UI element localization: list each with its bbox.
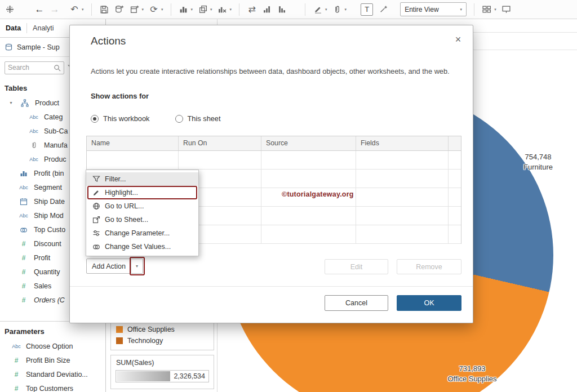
chevron-down-icon[interactable]: ▾: [7, 100, 15, 105]
duplicate-sheet-icon[interactable]: [198, 3, 208, 16]
sum-sales-slider[interactable]: 2,326,534: [116, 370, 209, 382]
parameter-row[interactable]: # Standard Deviatio...: [0, 367, 105, 381]
show-mark-labels-icon[interactable]: T: [361, 3, 373, 16]
refresh-icon[interactable]: ⟳: [149, 3, 159, 16]
table-grid-line: [448, 151, 449, 243]
back-icon[interactable]: ←: [34, 3, 45, 16]
paperclip-icon: [27, 141, 41, 149]
number-icon: #: [10, 385, 23, 392]
ok-button[interactable]: OK: [397, 295, 461, 311]
show-cards-dropdown-icon[interactable]: ▾: [494, 7, 496, 12]
parameter-row[interactable]: # Profit Bin Size: [0, 353, 105, 367]
number-icon: #: [17, 268, 30, 276]
field-label: Produc: [44, 155, 66, 163]
new-worksheet-icon[interactable]: [130, 3, 140, 16]
fit-view-dropdown-icon: ▾: [460, 7, 463, 12]
clear-sheet-dropdown-icon[interactable]: ▾: [230, 7, 232, 12]
pie-label-value: 731,893: [438, 364, 506, 374]
dialog-description: Actions let you create interactive relat…: [91, 66, 457, 77]
tab-data[interactable]: Data: [0, 19, 26, 37]
forward-icon[interactable]: →: [50, 3, 60, 16]
legend-item-technology[interactable]: Technology: [111, 335, 214, 346]
abc-icon: Abc: [27, 128, 41, 134]
field-label: Manufa: [44, 141, 68, 149]
parameter-row[interactable]: Abc Choose Option: [0, 339, 105, 353]
field-label: Quantity: [34, 268, 60, 276]
toolbar-separator: [171, 3, 171, 16]
menu-item-filter[interactable]: Filter...: [86, 172, 198, 186]
sort-ascending-icon[interactable]: [262, 3, 272, 16]
new-worksheet-dropdown-icon[interactable]: ▾: [142, 7, 144, 12]
add-datasource-icon[interactable]: [114, 3, 125, 16]
actions-table-header: Name Run On Source Fields: [87, 136, 461, 151]
column-header-fields[interactable]: Fields: [356, 136, 449, 150]
datasource-icon: [5, 43, 13, 51]
radio-this-workbook[interactable]: This workbook: [91, 114, 150, 123]
sort-descending-icon[interactable]: [277, 3, 287, 16]
watermark: ©tutorialgateway.org: [282, 190, 354, 198]
menu-item-change-parameter[interactable]: Change Parameter...: [86, 226, 198, 240]
parameter-row[interactable]: # Top Customers: [0, 381, 105, 392]
search-box: [5, 61, 64, 74]
tableau-window: ← → ↶ ▾ ▾ ⟳ ▾ ▾ ▾ ▾ ⇄: [0, 0, 577, 392]
pie-label-office-supplies: 731,893 Office Supplies: [438, 364, 506, 384]
show-cards-icon[interactable]: [482, 3, 492, 16]
clear-sheet-icon[interactable]: [218, 3, 228, 16]
close-icon[interactable]: ×: [451, 33, 465, 46]
radio-this-sheet[interactable]: This sheet: [175, 114, 221, 123]
table-grid-line: [356, 151, 356, 243]
add-action-control: Add Action ▾: [86, 259, 143, 274]
cancel-button[interactable]: Cancel: [325, 295, 388, 311]
duplicate-dropdown-icon[interactable]: ▾: [210, 7, 212, 12]
sum-sales-bar: [117, 371, 170, 381]
fit-view-select[interactable]: Entire View ▾: [400, 2, 467, 16]
pie-label-value: 754,748: [510, 152, 566, 162]
parameters-section: Parameters Abc Choose Option # Profit Bi…: [0, 321, 105, 392]
globe-icon: [92, 202, 100, 210]
fix-axes-icon[interactable]: [378, 3, 388, 16]
highlight-annotation: [87, 186, 197, 199]
column-header-source[interactable]: Source: [261, 136, 356, 150]
field-label: Top Custo: [34, 226, 65, 234]
menu-item-go-to-sheet[interactable]: Go to Sheet...: [86, 213, 198, 226]
run-update-dropdown-icon[interactable]: ▾: [191, 7, 193, 12]
run-update-icon[interactable]: [179, 3, 189, 16]
menu-item-label: Go to URL...: [105, 202, 144, 210]
field-label: Orders (C: [34, 296, 65, 304]
add-action-button[interactable]: Add Action: [86, 259, 131, 274]
tab-analytics[interactable]: Analyti: [27, 19, 60, 37]
group-members-icon[interactable]: [332, 3, 343, 16]
column-header-run-on[interactable]: Run On: [179, 136, 261, 150]
toolbar-separator: [474, 3, 474, 16]
number-icon: #: [17, 296, 30, 304]
save-icon[interactable]: [99, 3, 109, 16]
tableau-logo-icon: [5, 3, 15, 16]
legend-label: Technology: [127, 337, 163, 345]
highlight-dropdown-icon[interactable]: ▾: [325, 7, 327, 12]
add-action-dropdown[interactable]: ▾: [131, 259, 143, 274]
undo-icon[interactable]: ↶: [69, 3, 79, 16]
refresh-dropdown-icon[interactable]: ▾: [161, 7, 163, 12]
calendar-icon: [17, 198, 30, 206]
abc-icon: Abc: [17, 185, 30, 190]
abc-icon: Abc: [10, 344, 23, 349]
menu-item-highlight[interactable]: Highlight...: [86, 186, 198, 199]
parameter-label: Top Customers: [26, 385, 73, 392]
legend-item-office-supplies[interactable]: Office Supplies: [111, 324, 214, 335]
swap-rows-columns-icon[interactable]: ⇄: [247, 3, 257, 16]
menu-item-label: Change Parameter...: [105, 229, 170, 237]
menu-item-label: Filter...: [105, 175, 126, 183]
column-header-name[interactable]: Name: [87, 136, 179, 150]
pie-label-name: Furniture: [510, 162, 566, 172]
highlight-icon[interactable]: [313, 3, 323, 16]
search-input[interactable]: [8, 64, 52, 72]
undo-dropdown-icon[interactable]: ▾: [82, 7, 84, 12]
group-dropdown-icon[interactable]: ▾: [345, 7, 347, 12]
menu-item-label: Highlight...: [105, 189, 138, 197]
menu-item-go-to-url[interactable]: Go to URL...: [86, 199, 198, 213]
go-to-sheet-icon: [92, 216, 100, 224]
menu-item-change-set-values[interactable]: Change Set Values...: [86, 240, 198, 253]
field-label: Product: [35, 99, 59, 107]
presentation-icon[interactable]: [501, 3, 512, 16]
parameters-heading: Parameters: [0, 322, 105, 339]
